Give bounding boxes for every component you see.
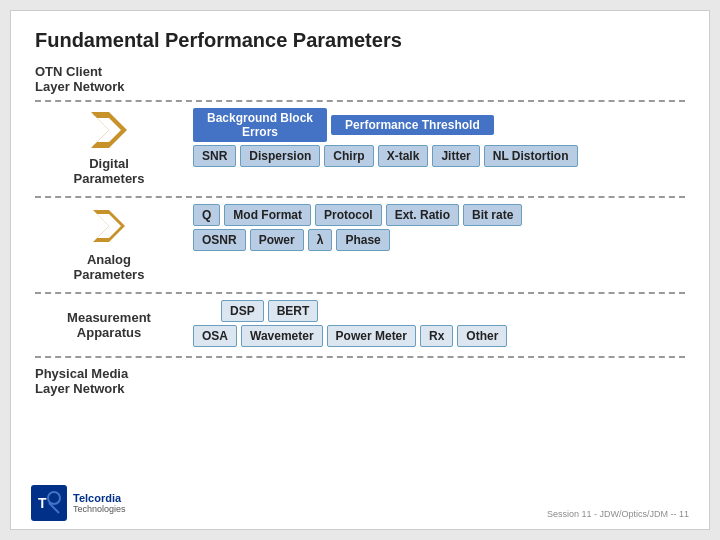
bg-block-label: Background BlockErrors — [193, 108, 327, 142]
cell-nl-distortion: NL Distortion — [484, 145, 578, 167]
meas-section-left: MeasurementApparatus — [35, 298, 183, 352]
analog-label: AnalogParameters — [74, 252, 145, 282]
meas-row1: DSP BERT — [193, 300, 685, 322]
cell-osa: OSA — [193, 325, 237, 347]
cell-lambda: λ — [308, 229, 333, 251]
cell-power-meter: Power Meter — [327, 325, 416, 347]
analog-row1: Q Mod Format Protocol Ext. Ratio Bit rat… — [193, 204, 685, 226]
logo-text: Telcordia Technologies — [73, 492, 126, 514]
digital-arrow — [91, 112, 127, 152]
cell-osnr: OSNR — [193, 229, 246, 251]
cell-phase: Phase — [336, 229, 389, 251]
cell-power: Power — [250, 229, 304, 251]
analog-section-left: AnalogParameters — [35, 202, 183, 288]
svg-text:T: T — [38, 495, 47, 511]
meas-row2: OSA Wavemeter Power Meter Rx Other — [193, 325, 685, 347]
cell-q: Q — [193, 204, 220, 226]
otn-label: OTN ClientLayer Network — [35, 64, 685, 94]
measurement-label: MeasurementApparatus — [67, 310, 151, 340]
otn-section: OTN ClientLayer Network — [35, 64, 685, 98]
divider-phys — [35, 356, 685, 358]
logo-icon: T — [31, 485, 67, 521]
cell-bit-rate: Bit rate — [463, 204, 522, 226]
divider-meas — [35, 292, 685, 294]
cell-bert: BERT — [268, 300, 319, 322]
divider-top — [35, 100, 685, 102]
analog-row2: OSNR Power λ Phase — [193, 229, 685, 251]
cell-other: Other — [457, 325, 507, 347]
slide-footer: Session 11 - JDW/Optics/JDM -- 11 — [547, 509, 689, 519]
slide-title: Fundamental Performance Parameters — [35, 29, 685, 52]
cell-snr: SNR — [193, 145, 236, 167]
svg-marker-7 — [97, 214, 121, 238]
digital-section-right: Background BlockErrors Performance Thres… — [183, 106, 685, 192]
main-layout: OTN ClientLayer Network DigitalParameter… — [35, 64, 685, 398]
meas-section-right: DSP BERT OSA Wavemeter Power Meter Rx Ot… — [183, 298, 685, 352]
cell-dispersion: Dispersion — [240, 145, 320, 167]
logo-brand: Telcordia — [73, 492, 126, 504]
logo-area: T Telcordia Technologies — [31, 485, 126, 521]
perf-threshold-label: Performance Threshold — [331, 115, 494, 135]
analog-arrow — [91, 208, 127, 248]
physical-label: Physical MediaLayer Network — [35, 366, 685, 396]
cell-jitter: Jitter — [432, 145, 479, 167]
cell-dsp: DSP — [221, 300, 264, 322]
cell-xtalk: X-talk — [378, 145, 429, 167]
digital-label: DigitalParameters — [74, 156, 145, 186]
slide: Fundamental Performance Parameters OTN C… — [10, 10, 710, 530]
cell-protocol: Protocol — [315, 204, 382, 226]
divider-mid — [35, 196, 685, 198]
cell-rx: Rx — [420, 325, 453, 347]
cell-mod-format: Mod Format — [224, 204, 311, 226]
physical-section: Physical MediaLayer Network — [35, 362, 685, 398]
analog-section-right: Q Mod Format Protocol Ext. Ratio Bit rat… — [183, 202, 685, 288]
cell-wavemeter: Wavemeter — [241, 325, 323, 347]
digital-row1: SNR Dispersion Chirp X-talk Jitter NL Di… — [193, 145, 685, 167]
logo-sub: Technologies — [73, 504, 126, 514]
digital-section-left: DigitalParameters — [35, 106, 183, 192]
cell-ext-ratio: Ext. Ratio — [386, 204, 459, 226]
cell-chirp: Chirp — [324, 145, 373, 167]
digital-header-row: Background BlockErrors Performance Thres… — [193, 108, 685, 142]
